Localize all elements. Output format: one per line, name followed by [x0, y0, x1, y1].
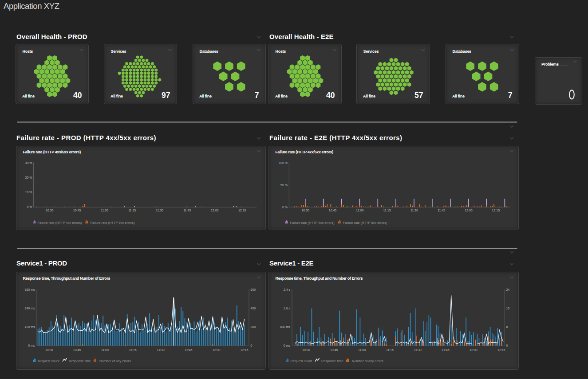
svg-text:0 %: 0 % [282, 206, 288, 209]
svg-text:12:15: 12:15 [241, 348, 249, 352]
svg-text:0: 0 [251, 344, 253, 347]
svg-text:11:15: 11:15 [129, 348, 137, 352]
svg-text:1.6 s: 1.6 s [284, 307, 291, 310]
svg-text:Request count: Request count [38, 359, 60, 363]
svg-text:50 %: 50 % [280, 184, 288, 187]
svg-text:12:00: 12:00 [465, 209, 473, 212]
svg-text:10:45: 10:45 [73, 348, 81, 352]
svg-text:Failure rate (HTTP 4xx/5xx err: Failure rate (HTTP 4xx/5xx errors) [276, 150, 334, 154]
svg-text:0 %: 0 % [27, 205, 32, 208]
svg-text:All fine: All fine [199, 94, 212, 98]
svg-text:10 %: 10 % [25, 191, 32, 194]
svg-text:All fine: All fine [452, 94, 465, 98]
svg-text:Hosts: Hosts [23, 49, 33, 54]
svg-text:100 %: 100 % [279, 161, 288, 164]
svg-text:11:45: 11:45 [442, 348, 450, 352]
svg-text:11:45: 11:45 [183, 209, 191, 212]
svg-text:11:15: 11:15 [386, 348, 394, 352]
svg-text:11:30: 11:30 [156, 209, 163, 212]
svg-text:240 ms: 240 ms [25, 307, 35, 310]
svg-text:12:15: 12:15 [497, 348, 505, 352]
svg-text:2.4 s: 2.4 s [284, 288, 291, 291]
svg-text:Failure rate (HTTP 4xx errors): Failure rate (HTTP 4xx errors) [290, 221, 335, 225]
svg-text:800 ms: 800 ms [280, 325, 290, 328]
svg-text:0 ms: 0 ms [28, 344, 35, 347]
svg-text:Databases: Databases [200, 49, 219, 54]
svg-text:Number of any errors: Number of any errors [99, 359, 131, 363]
svg-text:7: 7 [255, 91, 259, 100]
svg-text:Hosts: Hosts [276, 49, 286, 54]
svg-text:10:30: 10:30 [45, 348, 53, 352]
svg-text:Response time: Response time [69, 359, 91, 363]
svg-text:Failure rate (HTTP 4xx/5xx err: Failure rate (HTTP 4xx/5xx errors) [23, 150, 81, 154]
svg-text:40: 40 [326, 91, 335, 100]
svg-text:0 ms: 0 ms [284, 344, 291, 347]
svg-text:All fine: All fine [110, 94, 123, 98]
svg-text:All fine: All fine [275, 94, 288, 98]
svg-text:11:30: 11:30 [157, 348, 165, 352]
svg-text:16: 16 [506, 307, 509, 310]
svg-text:200: 200 [251, 325, 256, 328]
svg-text:11:45: 11:45 [185, 348, 192, 352]
svg-text:11:00: 11:00 [358, 348, 366, 352]
svg-text:Failure rate (HTTP 4xx errors): Failure rate (HTTP 4xx errors) [38, 221, 82, 225]
svg-text:Response time, Throughput and: Response time, Throughput and Number of … [23, 276, 110, 281]
svg-text:8: 8 [506, 325, 508, 328]
svg-text:24: 24 [506, 288, 509, 291]
svg-text:Number of any errors: Number of any errors [352, 359, 383, 363]
svg-text:12:15: 12:15 [492, 209, 500, 212]
svg-text:11:30: 11:30 [414, 348, 422, 352]
svg-text:11:00: 11:00 [101, 209, 108, 212]
svg-text:20 %: 20 % [25, 176, 32, 179]
svg-text:11:00: 11:00 [356, 209, 363, 212]
svg-text:30 %: 30 % [25, 161, 32, 164]
svg-text:11:45: 11:45 [438, 209, 445, 212]
svg-text:Problems: Problems [541, 62, 559, 66]
svg-text:120 ms: 120 ms [25, 325, 35, 328]
svg-text:400: 400 [251, 307, 256, 310]
svg-text:12:00: 12:00 [470, 348, 478, 352]
svg-text:600: 600 [251, 288, 256, 291]
svg-text:All fine: All fine [363, 94, 375, 98]
svg-text:Request count: Request count [291, 359, 312, 363]
svg-text:Response time: Response time [321, 359, 343, 363]
svg-text:7: 7 [508, 91, 513, 100]
svg-text:10:45: 10:45 [329, 209, 337, 212]
svg-text:97: 97 [162, 91, 170, 100]
svg-text:40: 40 [73, 91, 82, 100]
svg-text:Services: Services [363, 49, 379, 54]
svg-text:11:15: 11:15 [128, 209, 136, 212]
svg-text:Response time, Throughput and: Response time, Throughput and Number of … [276, 276, 363, 281]
svg-text:Services: Services [111, 49, 126, 54]
svg-text:Failure rate (HTTP 5xx errors): Failure rate (HTTP 5xx errors) [343, 221, 387, 225]
svg-text:12:15: 12:15 [238, 209, 246, 212]
svg-text:10:30: 10:30 [46, 209, 54, 212]
svg-text:Databases: Databases [453, 49, 472, 54]
svg-text:10:30: 10:30 [302, 348, 310, 352]
svg-text:11:00: 11:00 [101, 348, 109, 352]
svg-text:Failure rate (HTTP 5xx errors): Failure rate (HTTP 5xx errors) [91, 221, 135, 225]
svg-text:360 ms: 360 ms [25, 288, 35, 291]
svg-text:All fine: All fine [22, 94, 35, 98]
svg-text:57: 57 [414, 91, 423, 100]
svg-text:12:00: 12:00 [213, 348, 221, 352]
svg-text:11:15: 11:15 [383, 209, 391, 212]
svg-text:0: 0 [506, 344, 508, 347]
svg-text:10:45: 10:45 [73, 209, 81, 212]
svg-text:10:30: 10:30 [301, 209, 309, 212]
svg-text:11:30: 11:30 [410, 209, 418, 212]
svg-text:12:00: 12:00 [211, 209, 219, 212]
svg-text:10:45: 10:45 [330, 348, 338, 352]
